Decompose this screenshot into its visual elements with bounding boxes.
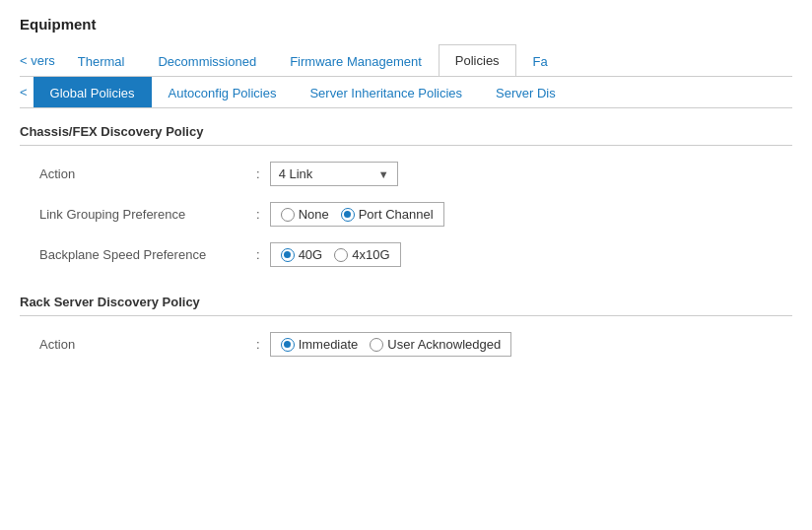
top-tab-decommissioned[interactable]: Decommissioned [141,45,273,77]
page-wrapper: Equipment < vers Thermal Decommissioned … [0,0,812,404]
rack-action-row: Action : Immediate User Acknowledged [20,324,792,364]
top-tab-bar: < vers Thermal Decommissioned Firmware M… [20,44,792,77]
chassis-action-colon: : [256,166,260,181]
chassis-fex-title: Chassis/FEX Discovery Policy [20,124,792,146]
sub-tab-nav-prev[interactable]: < [20,77,34,107]
link-grouping-value: None Port Channel [270,202,444,227]
rack-server-section: Rack Server Discovery Policy Action : Im… [20,295,792,364]
sub-tab-global[interactable]: Global Policies [34,77,152,108]
link-grouping-none-radio[interactable] [281,208,295,222]
sub-tab-server-inheritance[interactable]: Server Inheritance Policies [293,77,479,108]
link-grouping-colon: : [256,207,260,222]
action-dropdown-value: 4 Link [279,166,313,181]
rack-server-title: Rack Server Discovery Policy [20,295,792,316]
backplane-40g-label: 40G [299,247,323,262]
link-grouping-portchannel-label: Port Channel [359,207,434,222]
rack-useracknowledged-label: User Acknowledged [387,337,501,352]
rack-useracknowledged-radio[interactable] [370,338,383,352]
backplane-label: Backplane Speed Preference [39,247,256,262]
top-tab-nav-prev[interactable]: < vers [20,45,61,76]
top-tab-thermal[interactable]: Thermal [61,45,142,77]
sub-tab-bar: < Global Policies Autoconfig Policies Se… [20,77,792,108]
link-grouping-label: Link Grouping Preference [39,207,256,222]
rack-immediate-radio[interactable] [281,338,295,352]
link-grouping-portchannel-option[interactable]: Port Channel [341,207,434,222]
backplane-colon: : [256,247,260,262]
link-grouping-row: Link Grouping Preference : None Port Cha… [20,194,792,234]
page-title: Equipment [20,16,792,33]
backplane-value: 40G 4x10G [270,242,401,267]
action-dropdown[interactable]: 4 Link ▼ [270,162,398,186]
chassis-action-label: Action [39,166,256,181]
rack-action-colon: : [256,337,260,352]
sub-tab-server-dis[interactable]: Server Dis [479,77,573,108]
backplane-4x10g-label: 4x10G [352,247,389,262]
chassis-fex-section: Chassis/FEX Discovery Policy Action : 4 … [20,124,792,275]
backplane-40g-option[interactable]: 40G [281,247,323,262]
rack-action-value: Immediate User Acknowledged [270,332,512,357]
backplane-4x10g-radio[interactable] [334,248,348,262]
backplane-row: Backplane Speed Preference : 40G 4x10G [20,234,792,275]
rack-action-radio-group: Immediate User Acknowledged [270,332,512,357]
top-tab-firmware[interactable]: Firmware Management [273,45,439,77]
top-tab-fa[interactable]: Fa [516,45,565,77]
top-tab-policies[interactable]: Policies [439,44,516,77]
link-grouping-portchannel-radio[interactable] [341,208,355,222]
backplane-4x10g-option[interactable]: 4x10G [334,247,389,262]
rack-immediate-option[interactable]: Immediate [281,337,359,352]
dropdown-arrow-icon: ▼ [378,168,389,180]
link-grouping-none-option[interactable]: None [281,207,329,222]
chassis-action-row: Action : 4 Link ▼ [20,154,792,194]
sub-tab-autoconfig[interactable]: Autoconfig Policies [152,77,294,108]
backplane-radio-group: 40G 4x10G [270,242,401,267]
rack-immediate-label: Immediate [299,337,359,352]
chassis-action-value: 4 Link ▼ [270,162,398,186]
link-grouping-none-label: None [299,207,329,222]
link-grouping-radio-group: None Port Channel [270,202,444,227]
rack-action-label: Action [39,337,256,352]
rack-useracknowledged-option[interactable]: User Acknowledged [370,337,501,352]
backplane-40g-radio[interactable] [281,248,295,262]
